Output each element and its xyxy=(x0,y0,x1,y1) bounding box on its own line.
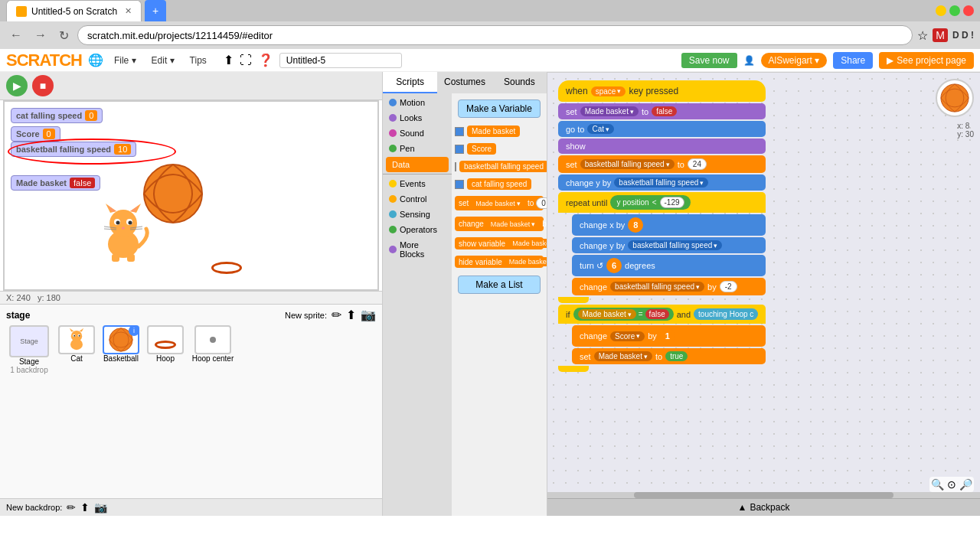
category-more-blocks[interactable]: More Blocks xyxy=(383,237,452,262)
minimize-button[interactable] xyxy=(936,5,946,16)
maximize-button[interactable] xyxy=(949,5,960,16)
dropdown-made-basket-cond[interactable]: Made basket xyxy=(578,309,636,319)
block-set-made-basket[interactable]: set Made basket to 0 xyxy=(455,196,544,210)
see-project-button[interactable]: ▶ See project page xyxy=(879,52,974,69)
bookmark-icon[interactable]: ☆ xyxy=(917,28,928,43)
tab-costumes[interactable]: Costumes xyxy=(437,72,492,93)
gmail-icon[interactable]: M xyxy=(933,28,948,42)
camera-backdrop-icon[interactable]: 📷 xyxy=(94,501,107,514)
globe-icon[interactable]: 🌐 xyxy=(88,53,103,67)
address-input[interactable] xyxy=(77,25,913,45)
camera-sprite-icon[interactable]: 📷 xyxy=(361,308,376,322)
if-bottom xyxy=(558,366,589,372)
scroll-thumb[interactable] xyxy=(634,492,893,498)
scripts-canvas[interactable]: x: 8 y: 30 when space key pressed set Ma… xyxy=(547,73,980,498)
make-variable-button[interactable]: Make a Variable xyxy=(458,99,541,118)
category-control[interactable]: Control xyxy=(383,191,452,207)
paint-sprite-icon[interactable]: ✏ xyxy=(332,308,341,322)
category-sensing[interactable]: Sensing xyxy=(383,207,452,222)
horizontal-scrollbar[interactable] xyxy=(547,492,980,498)
tab-close-icon[interactable]: ✕ xyxy=(125,6,132,16)
svg-marker-21 xyxy=(80,328,84,332)
block-change-basketball-speed[interactable]: change basketball falling speed by -2 xyxy=(572,278,766,295)
sprite-item-basketball[interactable]: i Basketball xyxy=(101,325,141,363)
dropdown-basketball-speed-1[interactable]: basketball falling speed xyxy=(580,159,675,169)
tips-menu[interactable]: Tips xyxy=(185,54,211,67)
file-menu[interactable]: File ▾ xyxy=(109,54,141,67)
block-hide-variable-made-basket[interactable]: hide variable Made basket xyxy=(455,256,544,268)
dropdown-cat[interactable]: Cat xyxy=(587,124,614,134)
block-change-made-basket[interactable]: change Made basket by 1 xyxy=(455,217,544,231)
green-flag-button[interactable]: ▶ xyxy=(6,75,28,96)
paint-backdrop-icon[interactable]: ✏ xyxy=(67,501,76,514)
category-pen[interactable]: Pen xyxy=(383,141,452,156)
sprite-item-hoop-center[interactable]: Hoop center xyxy=(190,325,236,363)
project-title-input[interactable] xyxy=(279,53,402,68)
category-events[interactable]: Events xyxy=(383,176,452,191)
upload-backdrop-icon[interactable]: ⬆ xyxy=(80,501,90,514)
made-basket-checkbox[interactable] xyxy=(455,127,464,136)
var-block-score[interactable]: Score xyxy=(467,143,496,155)
block-show-variable-made-basket[interactable]: show variable Made basket xyxy=(455,237,544,249)
block-set-made-basket-false[interactable]: set Made basket to false xyxy=(558,103,766,119)
var-monitor-made-basket: Made basket false xyxy=(11,175,100,191)
block-change-y-basketball[interactable]: change y by basketball falling speed xyxy=(572,237,766,253)
repeat-until-header[interactable]: repeat until y position < -129 xyxy=(558,192,766,213)
forward-button[interactable]: → xyxy=(31,27,51,44)
refresh-button[interactable]: ↻ xyxy=(55,27,73,44)
dropdown-basketball-speed-3[interactable]: basketball falling speed xyxy=(610,282,704,292)
browser-tab[interactable]: Untitled-5 on Scratch ✕ xyxy=(6,0,142,21)
backpack-bar[interactable]: ▲ Backpack xyxy=(547,498,980,516)
block-change-score[interactable]: change Score by 1 xyxy=(572,325,766,347)
zoom-in-button[interactable]: 🔍 xyxy=(931,478,944,491)
edit-menu[interactable]: Edit ▾ xyxy=(147,54,179,67)
block-turn-6[interactable]: turn ↺ 6 degrees xyxy=(572,255,766,276)
var-block-basketball-speed[interactable]: basketball falling speed xyxy=(459,161,547,172)
cat-speed-checkbox[interactable] xyxy=(455,180,464,189)
close-window-button[interactable] xyxy=(963,5,974,16)
var-block-made-basket[interactable]: Made basket xyxy=(467,126,520,137)
user-menu-button[interactable]: AlSweigart ▾ xyxy=(761,53,828,68)
block-change-x-8[interactable]: change x by 8 xyxy=(572,214,766,236)
block-set-made-basket-true[interactable]: set Made basket to true xyxy=(572,348,766,364)
stop-button[interactable]: ■ xyxy=(32,75,54,96)
fullscreen-icon[interactable]: ⛶ xyxy=(240,54,252,67)
save-now-button[interactable]: Save now xyxy=(681,53,737,68)
upload-sprite-icon[interactable]: ⬆ xyxy=(346,308,356,322)
back-button[interactable]: ← xyxy=(6,27,26,44)
tab-scripts[interactable]: Scripts xyxy=(383,72,437,93)
category-operators[interactable]: Operators xyxy=(383,222,452,237)
category-looks[interactable]: Looks xyxy=(383,110,452,126)
help-icon[interactable]: ❓ xyxy=(258,53,273,67)
make-list-button[interactable]: Make a List xyxy=(458,276,541,294)
tab-sounds[interactable]: Sounds xyxy=(492,72,547,93)
dropdown-basketball-speed-2[interactable]: basketball falling speed xyxy=(628,240,722,250)
dropdown-made-basket-2[interactable]: Made basket xyxy=(594,351,652,361)
if-header[interactable]: if Made basket = false and touching Hoop… xyxy=(558,305,766,324)
upload-icon[interactable]: ⬆ xyxy=(224,53,234,67)
var-block-cat-speed[interactable]: cat falling speed xyxy=(467,178,531,190)
new-tab-button[interactable]: + xyxy=(145,0,166,21)
zoom-out-button[interactable]: 🔎 xyxy=(959,478,972,491)
profile-icon[interactable]: 👤 xyxy=(743,55,755,66)
hat-block-when-space[interactable]: when space key pressed xyxy=(558,80,766,102)
score-checkbox[interactable] xyxy=(455,145,464,154)
sprite-item-hoop[interactable]: Hoop xyxy=(145,325,185,363)
block-go-to-cat[interactable]: go to Cat xyxy=(558,121,766,137)
sprite-item-stage[interactable]: Stage Stage 1 backdrop xyxy=(6,325,52,374)
block-show[interactable]: show xyxy=(558,139,766,154)
key-dropdown[interactable]: space xyxy=(591,86,626,96)
block-change-y-by[interactable]: change y by basketball falling speed xyxy=(558,174,766,191)
block-set-basketball-speed[interactable]: set basketball falling speed to 24 xyxy=(558,155,766,173)
share-button[interactable]: Share xyxy=(833,52,873,69)
category-sound[interactable]: Sound xyxy=(383,126,452,141)
dropdown-made-basket-1[interactable]: Made basket xyxy=(580,106,639,116)
basketball-speed-checkbox[interactable] xyxy=(455,162,456,171)
backpack-label: Backpack xyxy=(750,502,789,513)
dropdown-score[interactable]: Score xyxy=(610,331,645,341)
category-data[interactable]: Data xyxy=(386,157,449,172)
category-motion[interactable]: Motion xyxy=(383,95,452,110)
zoom-reset-button[interactable]: ⊙ xyxy=(947,478,956,491)
dropdown-basketball-speed-y[interactable]: basketball falling speed xyxy=(614,178,708,187)
sprite-item-cat[interactable]: Cat xyxy=(57,325,96,363)
